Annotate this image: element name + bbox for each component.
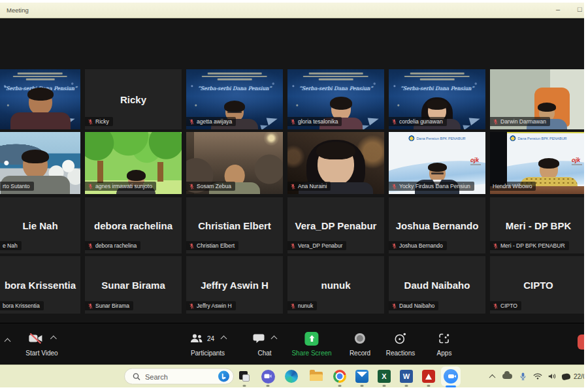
excel-icon[interactable]: X xyxy=(377,369,391,384)
video-tile[interactable]: debora rachelinadebora rachelina xyxy=(85,197,182,253)
video-tile[interactable]: Darwin Darmawan xyxy=(490,69,584,129)
apps-button[interactable]: Apps xyxy=(437,332,452,357)
word-icon[interactable]: W xyxy=(399,369,414,384)
video-tile[interactable]: rto Sutanto xyxy=(0,132,80,194)
video-tile[interactable]: Daud NaibahoDaud Naibaho xyxy=(389,256,485,314)
video-tile[interactable]: “Serba-serbi Dana Pensiun”cordelia gunaw… xyxy=(389,69,485,129)
tray-microphone-icon[interactable] xyxy=(517,370,529,382)
apps-icon xyxy=(438,333,450,344)
ojk-logo: ojk xyxy=(470,157,481,165)
windows-start-icon[interactable] xyxy=(103,370,114,382)
start-video-label: Start Video xyxy=(25,350,57,357)
banner-title: “Serba-serbi Dana Pensiun” xyxy=(389,86,485,91)
participant-label: Christian Elbert xyxy=(186,241,238,250)
participant-label: Sunar Birama xyxy=(85,301,133,310)
chrome-icon[interactable] xyxy=(333,369,347,384)
video-tile[interactable]: Lie Nahe Nah xyxy=(0,197,80,253)
record-button[interactable]: Record xyxy=(350,332,370,357)
participant-label: Darwin Darmawan xyxy=(490,117,550,126)
participants-count: 24 xyxy=(207,335,214,342)
muted-mic-icon xyxy=(189,243,195,249)
end-meeting-button[interactable] xyxy=(578,335,584,350)
audio-options-caret[interactable] xyxy=(5,338,11,345)
participant-avatar xyxy=(10,89,71,129)
video-tile[interactable]: Jeffry Aswin HJeffry Aswin H xyxy=(186,256,283,314)
video-tile[interactable]: agnes irmawati sunjoto xyxy=(85,132,182,194)
participant-label: Ana Nuraini xyxy=(287,182,331,191)
video-tile[interactable]: Dana Pensiun BPK PENABURojkHendra Wibowo xyxy=(490,132,584,194)
muted-mic-icon xyxy=(88,243,93,249)
muted-mic-icon xyxy=(88,303,93,309)
zoom-app-icon[interactable] xyxy=(441,367,461,386)
participant-label: agnes irmawati sunjoto xyxy=(85,182,156,191)
video-tile[interactable]: bora Krissentiabora Krissentia xyxy=(0,256,80,314)
participant-label: agetta awijaya xyxy=(186,117,236,126)
participant-label: e Nah xyxy=(0,241,22,250)
participant-label: Vera_DP Penabur xyxy=(287,241,346,250)
video-tile[interactable]: Christian ElbertChristian Elbert xyxy=(186,197,283,253)
banner-small-text-decor xyxy=(200,73,270,80)
muted-mic-icon xyxy=(493,119,498,125)
video-tile[interactable]: “Serba-serbi Dana Pensiun”agetta awijaya xyxy=(186,69,283,129)
muted-mic-icon xyxy=(493,243,498,249)
tray-chevron-up-icon[interactable] xyxy=(486,370,498,382)
muted-mic-icon xyxy=(88,119,93,125)
participants-button[interactable]: 24 Participants xyxy=(189,332,226,357)
edge-icon[interactable] xyxy=(284,369,299,384)
participants-label: Participants xyxy=(191,350,225,357)
share-screen-button[interactable]: Share Screen xyxy=(291,332,331,357)
apps-label: Apps xyxy=(437,350,452,357)
participant-label: nunuk xyxy=(287,301,317,310)
wifi-icon[interactable] xyxy=(532,370,544,382)
volume-icon[interactable] xyxy=(546,370,558,382)
video-options-caret[interactable] xyxy=(50,335,57,342)
video-tile[interactable]: “Serba-serbi Dana Pensiun” xyxy=(0,69,80,129)
video-tile[interactable]: Ana Nuraini xyxy=(287,132,384,194)
mail-icon[interactable] xyxy=(355,369,369,384)
search-icon xyxy=(133,372,140,380)
video-tile[interactable]: “Serba-serbi Dana Pensiun”gloria tesalon… xyxy=(287,69,384,129)
start-video-button[interactable]: Start Video xyxy=(25,332,57,357)
video-tile[interactable]: Sunar BiramaSunar Birama xyxy=(85,256,182,314)
muted-mic-icon xyxy=(391,243,397,249)
file-explorer-icon[interactable] xyxy=(309,370,323,382)
dp-penabur-logo: Dana Pensiun BPK PENABUR xyxy=(408,135,465,141)
muted-mic-icon xyxy=(391,303,397,309)
chat-button[interactable]: Chat xyxy=(253,332,276,357)
participant-label: Ricky xyxy=(85,117,113,126)
bing-icon[interactable] xyxy=(218,371,229,382)
taskbar-clock[interactable]: 22/0 xyxy=(574,373,584,380)
participant-label: debora rachelina xyxy=(85,241,140,250)
acrobat-icon[interactable] xyxy=(421,369,436,384)
participants-icon xyxy=(189,333,204,344)
pointer-device-icon[interactable] xyxy=(560,370,572,382)
muted-mic-icon xyxy=(290,303,296,309)
video-tile[interactable]: Dana Pensiun BPK PENABURojkYocky Firdaus… xyxy=(389,132,485,194)
video-tile[interactable]: Joshua BernandoJoshua Bernando xyxy=(389,197,485,253)
video-tile[interactable]: Vera_DP PenaburVera_DP Penabur xyxy=(287,197,384,253)
participant-label: cordelia gunawan xyxy=(389,117,447,126)
video-tile[interactable]: CIPTOCIPTO xyxy=(490,256,584,314)
banner-paper-plane-decor xyxy=(469,115,482,125)
video-tile[interactable]: nunuknunuk xyxy=(287,256,384,314)
teams-chat-icon[interactable] xyxy=(261,369,275,384)
participants-options-caret[interactable] xyxy=(221,335,227,342)
meeting-toolbar: Start Video 24 Participants xyxy=(0,323,584,365)
task-view-icon[interactable] xyxy=(237,369,252,384)
participant-label: Meri - DP BPK PENABUR xyxy=(490,241,569,250)
video-tile[interactable]: Meri - DP BPKMeri - DP BPK PENABUR xyxy=(490,197,584,253)
video-tile[interactable]: Sosam Zebua xyxy=(186,132,283,194)
chat-options-caret[interactable] xyxy=(271,335,278,342)
search-placeholder: Search xyxy=(145,372,214,380)
muted-mic-icon xyxy=(493,303,498,309)
participant-label: Hendra Wibowo xyxy=(490,182,536,191)
dp-penabur-logo: Dana Pensiun BPK PENABUR xyxy=(510,135,566,141)
video-camera-off-icon xyxy=(28,333,44,344)
reactions-button[interactable]: Reactions xyxy=(386,332,415,357)
banner-paper-plane-decor xyxy=(267,115,279,125)
video-tile[interactable]: RickyRicky xyxy=(85,69,182,129)
chat-icon xyxy=(253,333,265,344)
onedrive-icon[interactable] xyxy=(501,370,513,382)
windows-taskbar: Search X W 22/ xyxy=(0,365,584,387)
taskbar-search[interactable]: Search xyxy=(124,368,234,385)
